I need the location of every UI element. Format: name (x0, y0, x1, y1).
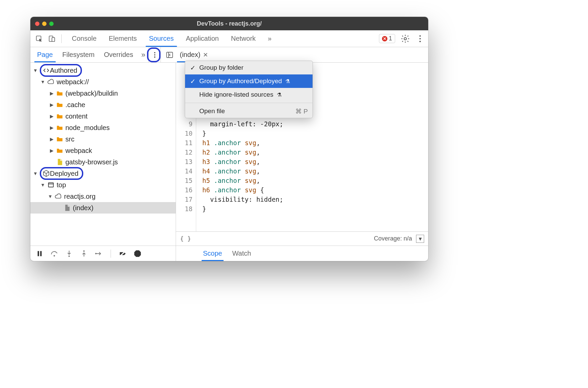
caret-down-icon: ▼ (33, 171, 38, 176)
svg-point-17 (68, 255, 70, 257)
tab-sources[interactable]: Sources (143, 30, 180, 47)
package-icon (42, 170, 50, 177)
close-tab-icon[interactable]: ✕ (203, 51, 208, 59)
tree-folder[interactable]: ▶webpack (30, 145, 176, 156)
tree-node-webpack[interactable]: ▼ webpack:// (30, 76, 176, 88)
tree-label: reactjs.org (64, 193, 95, 200)
menu-item[interactable]: Hide ignore-listed sources⚗ (185, 88, 313, 101)
svg-point-3 (404, 37, 407, 40)
menu-item[interactable]: ✓Group by folder (185, 61, 313, 74)
tab-console[interactable]: Console (66, 30, 102, 47)
folder-icon (56, 90, 63, 97)
annotation-highlight-ring: Deployed (40, 167, 83, 180)
nav-tab-filesystem[interactable]: Filesystem (58, 47, 99, 62)
menu-item-label: Open file (199, 107, 225, 115)
nav-tabs-overflow[interactable]: » (138, 51, 149, 59)
pause-script-icon[interactable] (35, 249, 44, 258)
menu-item-open-file[interactable]: Open file ⌘ P (185, 104, 313, 118)
inspect-element-icon[interactable] (34, 33, 45, 44)
sources-more-options-button[interactable] (149, 47, 160, 62)
tree-label: src (65, 135, 75, 143)
sources-options-menu: ✓Group by folder✓Group by Authored/Deplo… (185, 61, 313, 118)
tree-folder[interactable]: ▶.cache (30, 99, 176, 110)
caret-right-icon: ▶ (49, 125, 54, 130)
tree-node-top[interactable]: ▼ top (30, 179, 176, 191)
tab-elements[interactable]: Elements (102, 30, 143, 47)
editor-status-bar: { } Coverage: n/a ▾ (176, 231, 428, 246)
svg-point-6 (419, 41, 421, 42)
svg-rect-23 (137, 254, 138, 255)
folder-icon (56, 112, 63, 120)
nav-tab-overrides[interactable]: Overrides (99, 47, 138, 62)
check-icon: ✓ (190, 64, 196, 72)
step-into-icon[interactable] (65, 249, 74, 258)
show-drawer-icon[interactable]: ▾ (416, 235, 424, 243)
tree-folder[interactable]: ▶(webpack)/buildin (30, 88, 176, 99)
file-tab-index[interactable]: (index) ✕ (177, 47, 211, 62)
toggle-navigator-icon[interactable] (166, 51, 174, 59)
menu-item[interactable]: ✓Group by Authored/Deployed⚗ (185, 74, 313, 88)
tab-scope[interactable]: Scope (203, 246, 222, 261)
code-icon (42, 67, 50, 74)
debugger-sidebar-tabs: Scope Watch (176, 246, 428, 261)
tree-label: webpack:// (57, 78, 89, 86)
error-indicator[interactable]: ✕ 1 (379, 34, 395, 43)
coverage-label: Coverage: n/a (374, 235, 412, 242)
caret-right-icon: ▶ (49, 114, 54, 119)
caret-down-icon: ▼ (48, 194, 53, 199)
svg-point-5 (419, 38, 421, 39)
file-tree: ▼ Authored ▼ webpack:// ▶(webpack)/build… (30, 63, 176, 246)
navigator-panel: ▼ Authored ▼ webpack:// ▶(webpack)/build… (30, 63, 176, 261)
tabs-overflow[interactable]: » (262, 30, 277, 47)
tab-network[interactable]: Network (225, 30, 262, 47)
svg-point-19 (95, 253, 96, 254)
cloud-icon (47, 78, 55, 86)
editor-tabs: (index) ✕ (161, 47, 211, 62)
tree-label: content (65, 112, 88, 120)
svg-rect-22 (137, 252, 138, 253)
annotation-highlight-ring: Authored (40, 64, 82, 77)
step-over-icon[interactable] (50, 249, 59, 258)
experiment-flask-icon: ⚗ (277, 92, 282, 98)
device-toolbar-icon[interactable] (47, 33, 57, 44)
experiment-flask-icon: ⚗ (285, 78, 290, 85)
svg-point-4 (419, 35, 421, 36)
svg-point-18 (83, 250, 85, 252)
more-menu-icon[interactable] (415, 34, 425, 43)
step-icon[interactable] (94, 249, 103, 258)
file-tab-label: (index) (180, 51, 200, 59)
tree-group-deployed[interactable]: ▼ Deployed (30, 168, 176, 179)
tree-group-authored[interactable]: ▼ Authored (30, 65, 176, 76)
caret-right-icon: ▶ (49, 91, 54, 96)
devtools-window: DevTools - reactjs.org/ Console Elements… (30, 17, 428, 261)
svg-rect-15 (40, 251, 41, 256)
step-out-icon[interactable] (80, 249, 88, 258)
cloud-icon (55, 193, 62, 200)
tree-folder[interactable]: ▶node_modules (30, 122, 176, 133)
tree-file-gatsby-browser[interactable]: gatsby-browser.js (30, 156, 176, 168)
tree-file-index[interactable]: (index) (30, 202, 176, 214)
caret-right-icon: ▶ (49, 102, 54, 107)
tree-node-domain[interactable]: ▼ reactjs.org (30, 191, 176, 202)
js-file-icon (56, 158, 63, 166)
tab-watch[interactable]: Watch (232, 246, 251, 261)
svg-point-7 (154, 52, 155, 53)
nav-tab-page[interactable]: Page (32, 47, 58, 62)
tab-application[interactable]: Application (180, 30, 225, 47)
tree-folder[interactable]: ▶content (30, 110, 176, 122)
document-icon (63, 204, 71, 212)
divider (61, 34, 62, 43)
settings-gear-icon[interactable] (401, 34, 410, 43)
titlebar: DevTools - reactjs.org/ (30, 17, 428, 30)
pretty-print-icon[interactable]: { } (180, 235, 191, 242)
deactivate-breakpoints-icon[interactable] (118, 249, 127, 258)
pause-on-exceptions-icon[interactable] (133, 249, 142, 258)
menu-item-label: Hide ignore-listed sources (199, 91, 273, 98)
caret-right-icon: ▶ (49, 136, 54, 142)
tree-label: Authored (50, 67, 77, 74)
tree-folder[interactable]: ▶src (30, 133, 176, 145)
error-count: 1 (389, 35, 392, 42)
folder-icon (56, 147, 63, 154)
svg-point-9 (154, 56, 155, 58)
svg-rect-12 (49, 183, 54, 187)
